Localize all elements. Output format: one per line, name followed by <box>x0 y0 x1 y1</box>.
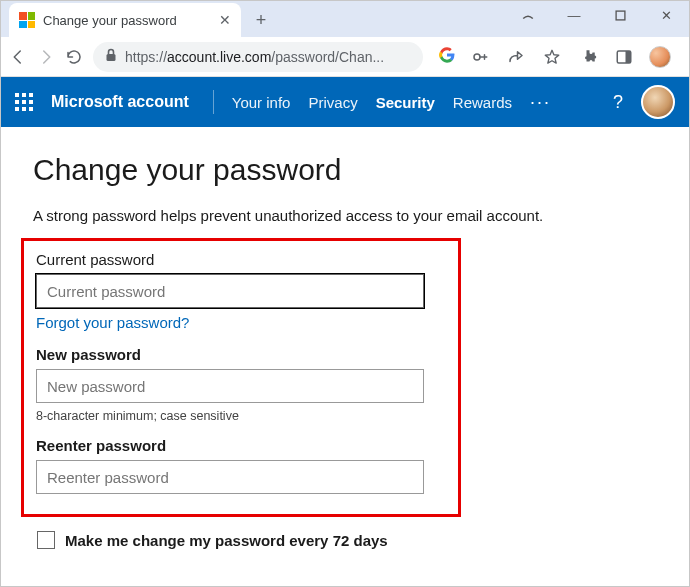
page-subhead: A strong password helps prevent unauthor… <box>33 207 657 224</box>
reenter-password-label: Reenter password <box>36 437 446 454</box>
page-body: Change your password A strong password h… <box>1 127 689 586</box>
star-icon[interactable] <box>541 46 563 68</box>
window-minimize-button[interactable] <box>505 1 551 29</box>
extensions-icon[interactable] <box>577 46 599 68</box>
browser-tabstrip: Change your password ✕ + ― ✕ <box>1 1 689 37</box>
window-close-button[interactable]: ✕ <box>643 1 689 29</box>
help-icon[interactable]: ? <box>613 92 623 113</box>
window-minimize2-button[interactable]: ― <box>551 1 597 29</box>
forgot-password-link[interactable]: Forgot your password? <box>36 314 189 331</box>
new-tab-button[interactable]: + <box>247 6 275 34</box>
nav-security[interactable]: Security <box>376 94 435 111</box>
url-text: https://account.live.com/password/Chan..… <box>125 49 384 65</box>
close-tab-icon[interactable]: ✕ <box>219 12 231 28</box>
svg-point-2 <box>474 54 480 60</box>
current-password-input[interactable] <box>36 274 424 308</box>
browser-toolbar: https://account.live.com/password/Chan..… <box>1 37 689 77</box>
force-change-checkbox[interactable] <box>37 531 55 549</box>
ms-topnav: Microsoft account Your info Privacy Secu… <box>1 77 689 127</box>
highlight-box: Current password Forgot your password? N… <box>21 238 461 517</box>
microsoft-favicon <box>19 12 35 28</box>
app-launcher-icon[interactable] <box>15 93 33 111</box>
svg-rect-0 <box>616 11 625 20</box>
profile-avatar-small[interactable] <box>649 46 671 68</box>
page-viewport: Microsoft account Your info Privacy Secu… <box>1 77 689 586</box>
svg-rect-4 <box>626 51 631 63</box>
nav-rewards[interactable]: Rewards <box>453 94 512 111</box>
back-button[interactable] <box>9 46 27 68</box>
page-title: Change your password <box>33 153 657 187</box>
svg-rect-1 <box>107 54 116 61</box>
address-bar[interactable]: https://account.live.com/password/Chan..… <box>93 42 423 72</box>
nav-more-icon[interactable]: ··· <box>530 92 551 113</box>
profile-avatar-large[interactable] <box>641 85 675 119</box>
window-maximize-button[interactable] <box>597 1 643 29</box>
nav-privacy[interactable]: Privacy <box>308 94 357 111</box>
new-password-hint: 8-character minimum; case sensitive <box>36 409 446 423</box>
current-password-label: Current password <box>36 251 446 268</box>
force-change-label: Make me change my password every 72 days <box>65 532 388 549</box>
google-search-icon[interactable] <box>439 47 455 67</box>
browser-tab-active[interactable]: Change your password ✕ <box>9 3 241 37</box>
forward-button[interactable] <box>37 46 55 68</box>
brand-label[interactable]: Microsoft account <box>51 93 189 111</box>
share-icon[interactable] <box>505 46 527 68</box>
nav-separator <box>213 90 214 114</box>
nav-your-info[interactable]: Your info <box>232 94 291 111</box>
reenter-password-input[interactable] <box>36 460 424 494</box>
key-icon[interactable] <box>469 46 491 68</box>
reload-button[interactable] <box>65 46 83 68</box>
chrome-menu-icon[interactable]: ⋮ <box>685 46 690 68</box>
new-password-label: New password <box>36 346 446 363</box>
lock-icon <box>105 48 117 65</box>
tab-title: Change your password <box>43 13 211 28</box>
sidepanel-icon[interactable] <box>613 46 635 68</box>
new-password-input[interactable] <box>36 369 424 403</box>
